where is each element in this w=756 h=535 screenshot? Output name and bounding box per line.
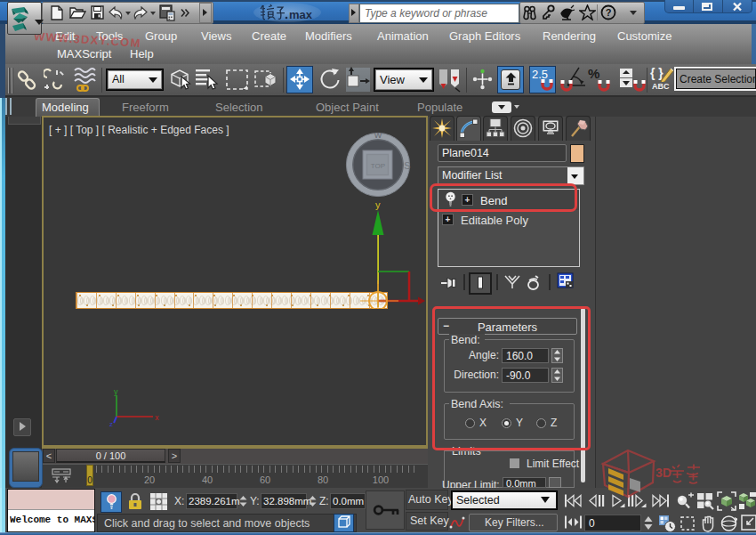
svg-text:3D: 3D bbox=[655, 466, 672, 480]
svg-text:TOP: TOP bbox=[371, 162, 385, 170]
svg-text:y: y bbox=[375, 199, 381, 210]
svg-text:?: ? bbox=[606, 7, 612, 18]
svg-text:z: z bbox=[109, 420, 113, 427]
svg-text:max: max bbox=[289, 8, 313, 21]
svg-text:x: x bbox=[155, 413, 159, 422]
svg-text:y: y bbox=[114, 388, 118, 396]
svg-text:S: S bbox=[404, 160, 410, 171]
svg-text:W: W bbox=[374, 131, 382, 140]
